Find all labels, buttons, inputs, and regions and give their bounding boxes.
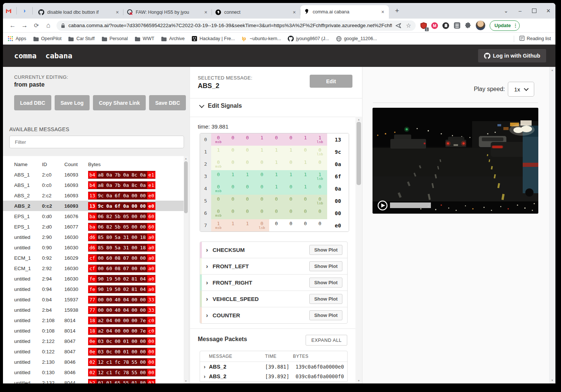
bit-cell[interactable]: 0msb [211, 158, 226, 170]
forward-button[interactable]: → [19, 20, 30, 31]
message-row[interactable]: untitled 2:122 8047 0e030c0001000000 [3, 336, 184, 346]
bit-cell[interactable]: 0 [255, 158, 269, 170]
message-row[interactable]: untitled 2:132 8044 b201016555018003 [3, 378, 184, 383]
browser-tab[interactable]: comma.ai cabana × [300, 5, 389, 19]
bit-cell[interactable]: 0 [240, 158, 255, 170]
message-row[interactable]: ECM_1 2:92 16030 cf006008070000a0 [3, 263, 184, 273]
browser-tab[interactable]: connect × [212, 6, 300, 19]
message-row[interactable]: untitled 2:b4 15938 7700004004000033 [3, 305, 184, 315]
message-row[interactable]: untitled 2:94 16030 fe901950028104a0 [3, 273, 184, 284]
bit-cell[interactable]: 0 [269, 219, 284, 231]
bit-cell[interactable]: 1 [255, 146, 269, 158]
bit-cell[interactable]: 0 [284, 182, 298, 195]
message-row[interactable]: untitled 2:108 8014 18a2040000007ec0 [3, 315, 184, 325]
signal-panel-scrollbar[interactable]: ▲ ▼ [355, 117, 362, 383]
message-row[interactable]: untitled 2:90 16030 d685805a310018a0 [3, 232, 184, 242]
bit-cell[interactable]: 1 [269, 158, 284, 170]
bookmark-star-icon[interactable]: ☆ [406, 22, 411, 29]
show-plot-button[interactable]: Show Plot [309, 294, 342, 304]
message-row[interactable]: ABS_2 2:c2 16093 139c0a6f0a0000e0 [3, 190, 184, 201]
bit-cell[interactable]: 0 [226, 207, 240, 219]
bit-cell[interactable]: 1 [240, 219, 255, 231]
bit-cell[interactable]: 0lsb [313, 195, 327, 207]
tab-close-icon[interactable]: × [114, 9, 120, 16]
bit-cell[interactable]: 0 [226, 195, 240, 207]
bookmark-item[interactable]: google_11206... [336, 36, 377, 42]
signal-row[interactable]: › FRONT_RIGHT Show Plot [200, 275, 347, 291]
lock-icon[interactable] [61, 23, 65, 28]
bit-cell[interactable]: 0 [313, 207, 327, 219]
bookmark-item[interactable]: WWT [135, 36, 154, 42]
bit-cell[interactable]: 1 [226, 219, 240, 231]
bit-cell[interactable]: 0lsb [255, 219, 269, 231]
bit-cell[interactable]: 0 [298, 195, 313, 207]
profile-avatar[interactable] [475, 20, 486, 30]
bookmark-item[interactable]: OpenPilot [33, 36, 62, 42]
expand-all-button[interactable]: EXPAND ALL [306, 335, 347, 346]
bit-cell[interactable]: 0 [255, 195, 269, 207]
bit-cell[interactable]: 1 [298, 133, 313, 146]
show-plot-button[interactable]: Show Plot [309, 245, 342, 255]
window-maximize-button[interactable] [527, 3, 541, 19]
bit-cell[interactable]: 0 [269, 195, 284, 207]
message-row[interactable]: untitled 0:122 8047 0e030c0001000000 [3, 346, 184, 357]
bit-cell[interactable]: 1 [211, 146, 226, 158]
edit-message-button[interactable]: Edit [310, 75, 352, 88]
reload-button[interactable]: ⟳ [31, 20, 42, 31]
video-play-button[interactable] [378, 201, 387, 210]
bookmark-item[interactable]: Hackaday | Fre... [191, 36, 235, 42]
message-row[interactable]: ABS_2 0:c2 16093 139c0a6f0a0000e0 [3, 201, 184, 211]
bit-cell[interactable]: 0lsb [313, 146, 327, 158]
message-row[interactable]: EPS_1 2:d0 16077 ba06825b05000060 [3, 221, 184, 232]
message-row[interactable]: untitled 0:94 16030 fe901950028104a0 [3, 284, 184, 294]
edit-signals-toggle[interactable]: Edit Signals [200, 103, 242, 109]
bit-cell[interactable]: 0 [284, 207, 298, 219]
ublock-extension-icon[interactable]: 1 [419, 21, 428, 30]
bit-cell[interactable]: 1lsb [313, 133, 327, 146]
bit-cell[interactable]: 0 [298, 219, 313, 231]
url-text[interactable]: cabana.comma.ai/?route=7d3307665954222a%… [68, 23, 392, 28]
bit-cell[interactable]: 1 [298, 158, 313, 170]
bit-cell[interactable]: 0msb [211, 207, 226, 219]
bookmark-item[interactable]: Apps [7, 36, 26, 42]
bit-cell[interactable]: 0 [284, 219, 298, 231]
message-row[interactable]: untitled 0:90 16030 d685805a310018a0 [3, 242, 184, 253]
github-login-button[interactable]: Log in with Github [478, 49, 546, 62]
window-menu-chevron-icon[interactable]: ⌄ [499, 3, 513, 19]
save-dbc-button[interactable]: Save DBC [149, 95, 186, 110]
signal-row[interactable]: › FRONT_LEFT Show Plot [200, 258, 347, 275]
reading-list-button[interactable]: Reading list [514, 36, 551, 42]
message-row[interactable]: untitled 2:130 8046 0212c1fc78550000 [3, 357, 184, 367]
window-close-button[interactable]: × [541, 3, 555, 19]
bit-cell[interactable]: 0 [313, 158, 327, 170]
bit-cell[interactable]: 0 [255, 207, 269, 219]
bit-cell[interactable]: 0 [226, 182, 240, 195]
bit-cell[interactable]: 1 [298, 182, 313, 195]
load-dbc-button[interactable]: Load DBC [14, 95, 51, 110]
bit-cell[interactable]: 0 [240, 146, 255, 158]
bit-cell[interactable]: 1 [226, 170, 240, 182]
chevron-right-pinned-icon[interactable]: › [19, 5, 30, 16]
signal-row[interactable]: › CHECKSUM Show Plot [200, 242, 347, 258]
signal-row[interactable]: › COUNTER Show Plot [200, 307, 347, 323]
browser-tab[interactable]: disable load dbc button if × [35, 6, 123, 19]
bit-cell[interactable]: 1 [240, 170, 255, 182]
tab-close-icon[interactable]: × [291, 9, 297, 16]
page-scrollbar[interactable]: ▲ ▼ [549, 67, 555, 383]
bit-cell[interactable]: 1 [269, 146, 284, 158]
message-row[interactable]: untitled 0:130 8046 0212c1fc78550000 [3, 367, 184, 378]
back-button[interactable]: ← [7, 20, 18, 31]
filter-input[interactable] [9, 136, 184, 148]
bit-cell[interactable]: 0 [284, 195, 298, 207]
window-minimize-button[interactable]: – [513, 3, 527, 19]
extensions-puzzle-icon[interactable] [464, 21, 473, 30]
video-progress-bar[interactable] [390, 203, 431, 208]
message-row[interactable]: ABS_1 0:c0 16093 b4a80a7b0a8c0ae1 [3, 180, 184, 190]
bit-cell[interactable]: 0 [313, 219, 327, 231]
bit-cell[interactable]: 0 [298, 207, 313, 219]
bit-cell[interactable]: 0 [240, 133, 255, 146]
gmail-pinned-icon[interactable] [3, 5, 14, 16]
bookmark-item[interactable]: Archive [161, 36, 185, 42]
message-row[interactable]: EPS_1 0:d0 16076 ba06825b05000060 [3, 211, 184, 221]
bit-cell[interactable]: 0 [226, 133, 240, 146]
